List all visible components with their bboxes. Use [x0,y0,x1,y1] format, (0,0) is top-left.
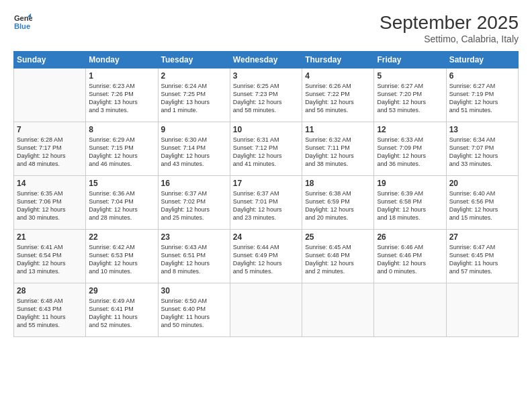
week-row-2: 14Sunrise: 6:35 AM Sunset: 7:06 PM Dayli… [14,176,519,230]
title-block: September 2025 Settimo, Calabria, Italy [380,12,519,44]
header: General Blue September 2025 Settimo, Cal… [13,12,519,44]
day-cell: 8Sunrise: 6:29 AM Sunset: 7:15 PM Daylig… [86,122,158,176]
day-info: Sunrise: 6:50 AM Sunset: 6:40 PM Dayligh… [161,297,227,330]
day-info: Sunrise: 6:24 AM Sunset: 7:25 PM Dayligh… [161,82,227,115]
location-subtitle: Settimo, Calabria, Italy [380,34,519,44]
svg-text:Blue: Blue [14,22,30,30]
day-number: 10 [233,125,299,134]
col-monday: Monday [86,52,158,68]
day-cell [14,68,86,122]
day-number: 30 [161,286,227,295]
day-cell [374,283,446,337]
day-number: 14 [17,179,83,188]
day-cell: 1Sunrise: 6:23 AM Sunset: 7:26 PM Daylig… [86,68,158,122]
week-row-3: 21Sunrise: 6:41 AM Sunset: 6:54 PM Dayli… [14,230,519,283]
day-info: Sunrise: 6:36 AM Sunset: 7:04 PM Dayligh… [89,189,154,222]
day-number: 21 [17,232,83,242]
day-number: 5 [377,71,443,81]
day-cell: 28Sunrise: 6:48 AM Sunset: 6:43 PM Dayli… [14,283,86,337]
day-cell: 5Sunrise: 6:27 AM Sunset: 7:20 PM Daylig… [374,68,446,122]
day-info: Sunrise: 6:46 AM Sunset: 6:46 PM Dayligh… [377,243,443,276]
week-row-0: 1Sunrise: 6:23 AM Sunset: 7:26 PM Daylig… [14,68,519,122]
day-info: Sunrise: 6:32 AM Sunset: 7:11 PM Dayligh… [305,136,371,169]
day-number: 18 [305,179,371,188]
day-number: 16 [161,179,227,188]
day-cell [302,283,374,337]
col-friday: Friday [374,52,446,68]
header-row: Sunday Monday Tuesday Wednesday Thursday… [14,52,519,68]
day-number: 20 [449,179,515,188]
day-number: 23 [161,232,227,242]
day-info: Sunrise: 6:42 AM Sunset: 6:53 PM Dayligh… [89,243,154,276]
day-number: 29 [89,286,154,295]
day-number: 1 [89,71,154,81]
day-cell: 15Sunrise: 6:36 AM Sunset: 7:04 PM Dayli… [86,176,158,230]
day-number: 4 [305,71,371,81]
day-cell: 23Sunrise: 6:43 AM Sunset: 6:51 PM Dayli… [158,230,230,283]
day-cell [230,283,302,337]
day-info: Sunrise: 6:40 AM Sunset: 6:56 PM Dayligh… [449,189,515,222]
day-info: Sunrise: 6:34 AM Sunset: 7:07 PM Dayligh… [449,136,515,169]
day-number: 28 [17,286,83,295]
day-info: Sunrise: 6:35 AM Sunset: 7:06 PM Dayligh… [17,189,83,222]
day-info: Sunrise: 6:30 AM Sunset: 7:14 PM Dayligh… [161,136,227,169]
day-info: Sunrise: 6:31 AM Sunset: 7:12 PM Dayligh… [233,136,299,169]
day-number: 3 [233,71,299,81]
day-number: 6 [449,71,515,81]
day-number: 19 [377,179,443,188]
day-info: Sunrise: 6:28 AM Sunset: 7:17 PM Dayligh… [17,136,83,169]
day-cell: 24Sunrise: 6:44 AM Sunset: 6:49 PM Dayli… [230,230,302,283]
day-info: Sunrise: 6:38 AM Sunset: 6:59 PM Dayligh… [305,189,371,222]
day-cell: 30Sunrise: 6:50 AM Sunset: 6:40 PM Dayli… [158,283,230,337]
logo: General Blue [13,12,32,31]
col-sunday: Sunday [14,52,86,68]
day-info: Sunrise: 6:39 AM Sunset: 6:58 PM Dayligh… [377,189,443,222]
day-cell: 16Sunrise: 6:37 AM Sunset: 7:02 PM Dayli… [158,176,230,230]
col-tuesday: Tuesday [158,52,230,68]
day-info: Sunrise: 6:37 AM Sunset: 7:01 PM Dayligh… [233,189,299,222]
day-info: Sunrise: 6:43 AM Sunset: 6:51 PM Dayligh… [161,243,227,276]
day-number: 17 [233,179,299,188]
day-number: 2 [161,71,227,81]
day-cell: 29Sunrise: 6:49 AM Sunset: 6:41 PM Dayli… [86,283,158,337]
day-cell: 25Sunrise: 6:45 AM Sunset: 6:48 PM Dayli… [302,230,374,283]
day-cell: 4Sunrise: 6:26 AM Sunset: 7:22 PM Daylig… [302,68,374,122]
day-info: Sunrise: 6:33 AM Sunset: 7:09 PM Dayligh… [377,136,443,169]
day-info: Sunrise: 6:29 AM Sunset: 7:15 PM Dayligh… [89,136,154,169]
day-cell: 12Sunrise: 6:33 AM Sunset: 7:09 PM Dayli… [374,122,446,176]
week-row-4: 28Sunrise: 6:48 AM Sunset: 6:43 PM Dayli… [14,283,519,337]
day-info: Sunrise: 6:47 AM Sunset: 6:45 PM Dayligh… [449,243,515,276]
day-cell [446,283,518,337]
day-info: Sunrise: 6:25 AM Sunset: 7:23 PM Dayligh… [233,82,299,115]
day-cell: 18Sunrise: 6:38 AM Sunset: 6:59 PM Dayli… [302,176,374,230]
day-info: Sunrise: 6:49 AM Sunset: 6:41 PM Dayligh… [89,297,154,330]
col-thursday: Thursday [302,52,374,68]
day-cell: 22Sunrise: 6:42 AM Sunset: 6:53 PM Dayli… [86,230,158,283]
col-wednesday: Wednesday [230,52,302,68]
day-cell: 2Sunrise: 6:24 AM Sunset: 7:25 PM Daylig… [158,68,230,122]
day-number: 22 [89,232,154,242]
page: General Blue September 2025 Settimo, Cal… [0,0,532,411]
day-info: Sunrise: 6:27 AM Sunset: 7:20 PM Dayligh… [377,82,443,115]
day-cell: 26Sunrise: 6:46 AM Sunset: 6:46 PM Dayli… [374,230,446,283]
day-number: 25 [305,232,371,242]
day-number: 8 [89,125,154,134]
logo-icon: General Blue [13,12,32,31]
day-cell: 20Sunrise: 6:40 AM Sunset: 6:56 PM Dayli… [446,176,518,230]
calendar-table: Sunday Monday Tuesday Wednesday Thursday… [13,51,519,337]
day-cell: 6Sunrise: 6:27 AM Sunset: 7:19 PM Daylig… [446,68,518,122]
day-cell: 21Sunrise: 6:41 AM Sunset: 6:54 PM Dayli… [14,230,86,283]
day-number: 11 [305,125,371,134]
day-info: Sunrise: 6:48 AM Sunset: 6:43 PM Dayligh… [17,297,83,330]
week-row-1: 7Sunrise: 6:28 AM Sunset: 7:17 PM Daylig… [14,122,519,176]
day-number: 12 [377,125,443,134]
month-title: September 2025 [380,12,519,34]
day-info: Sunrise: 6:45 AM Sunset: 6:48 PM Dayligh… [305,243,371,276]
day-cell: 27Sunrise: 6:47 AM Sunset: 6:45 PM Dayli… [446,230,518,283]
day-cell: 7Sunrise: 6:28 AM Sunset: 7:17 PM Daylig… [14,122,86,176]
day-info: Sunrise: 6:26 AM Sunset: 7:22 PM Dayligh… [305,82,371,115]
day-number: 27 [449,232,515,242]
col-saturday: Saturday [446,52,518,68]
day-cell: 9Sunrise: 6:30 AM Sunset: 7:14 PM Daylig… [158,122,230,176]
day-info: Sunrise: 6:27 AM Sunset: 7:19 PM Dayligh… [449,82,515,115]
